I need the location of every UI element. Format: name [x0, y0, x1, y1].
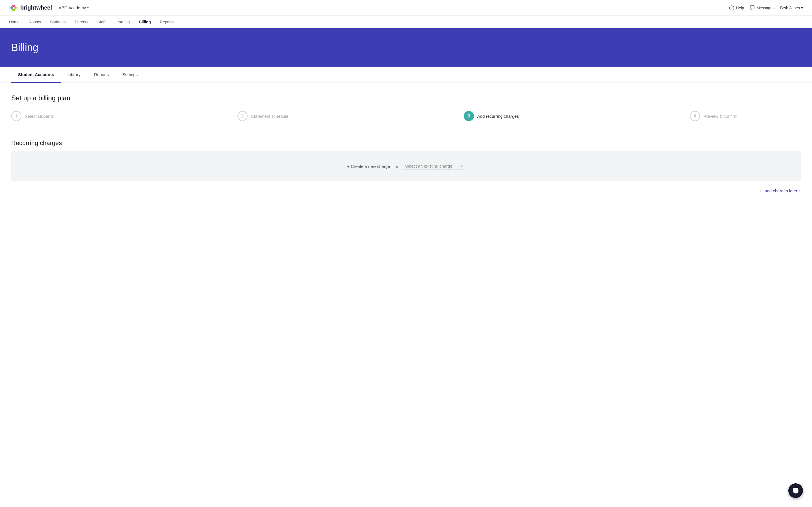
- tab-settings[interactable]: Settings: [116, 67, 144, 83]
- step-connector-2-3: [350, 116, 461, 116]
- svg-point-1: [13, 7, 14, 9]
- step-connector-1-2: [124, 116, 235, 116]
- hero-title: Billing: [11, 42, 801, 54]
- messages-icon: [750, 5, 755, 10]
- logo-text: brightwheel: [20, 4, 52, 11]
- step-4-label: Preview & confirm: [703, 114, 738, 119]
- tab-library[interactable]: Library: [61, 67, 87, 83]
- or-text: or: [395, 164, 398, 169]
- step-4: 4 Preview & confirm: [690, 111, 801, 121]
- nav-item-parents[interactable]: Parents: [75, 16, 88, 27]
- logo[interactable]: brightwheel: [9, 3, 52, 12]
- svg-text:?: ?: [731, 6, 732, 10]
- add-later-row: I'll add charges later ›: [11, 188, 801, 194]
- section-title: Set up a billing plan: [11, 94, 801, 102]
- messages-label: Messages: [756, 6, 774, 10]
- nav-item-home[interactable]: Home: [9, 16, 19, 27]
- charge-box: + Create a new charge or Select an exist…: [11, 151, 801, 181]
- nav-item-staff[interactable]: Staff: [97, 16, 105, 27]
- create-charge-button[interactable]: + Create a new charge: [347, 164, 390, 169]
- step-2-number: 2: [241, 114, 244, 119]
- add-later-label: I'll add charges later: [760, 188, 797, 193]
- user-name: Beth Jones: [780, 6, 800, 10]
- step-1-number: 1: [15, 114, 18, 119]
- steps-container: 1 Select students 2 Statement schedule 3…: [11, 111, 801, 121]
- step-2-circle: 2: [238, 111, 248, 121]
- tab-bar: Student Accounts Library Reports Setting…: [0, 67, 812, 83]
- top-bar-left: brightwheel ABC Academy ▾: [9, 3, 89, 12]
- nav-item-billing[interactable]: Billing: [139, 16, 151, 27]
- nav-item-students[interactable]: Students: [50, 16, 66, 27]
- select-existing-placeholder: Select an existing charge: [405, 164, 461, 168]
- step-1: 1 Select students: [11, 111, 122, 121]
- messages-button[interactable]: Messages: [750, 5, 774, 10]
- step-2: 2 Statement schedule: [238, 111, 348, 121]
- org-name: ABC Academy: [59, 5, 86, 10]
- nav-item-reports[interactable]: Reports: [160, 16, 174, 27]
- dropdown-chevron-icon: ▾: [461, 164, 463, 168]
- select-existing-dropdown[interactable]: Select an existing charge ▾: [403, 163, 465, 170]
- org-caret-icon: ▾: [87, 6, 89, 10]
- step-3-number: 3: [467, 114, 470, 119]
- user-caret-icon: ▾: [801, 6, 803, 10]
- nav-item-learning[interactable]: Learning: [114, 16, 130, 27]
- step-3-circle: 3: [464, 111, 474, 121]
- step-3: 3 Add recurring charges: [464, 111, 574, 121]
- main-content: Set up a billing plan 1 Select students …: [0, 83, 812, 205]
- recurring-title: Recurring charges: [11, 139, 801, 147]
- hero-section: Billing: [0, 28, 812, 67]
- add-later-arrow-icon: ›: [799, 188, 801, 194]
- nav-item-rooms[interactable]: Rooms: [29, 16, 41, 27]
- help-button[interactable]: ? Help: [729, 5, 744, 10]
- step-2-label: Statement schedule: [251, 114, 289, 119]
- top-bar-right: ? Help Messages Beth Jones ▾: [729, 5, 803, 10]
- step-1-label: Select students: [25, 114, 54, 119]
- add-later-button[interactable]: I'll add charges later ›: [760, 188, 801, 194]
- logo-icon: [9, 3, 18, 12]
- tab-student-accounts[interactable]: Student Accounts: [11, 67, 61, 83]
- create-charge-label: + Create a new charge: [347, 164, 390, 169]
- tab-reports[interactable]: Reports: [87, 67, 116, 83]
- help-icon: ?: [729, 5, 734, 10]
- step-connector-3-4: [577, 116, 688, 116]
- step-3-label: Add recurring charges: [477, 114, 519, 119]
- divider: [11, 130, 801, 130]
- org-selector[interactable]: ABC Academy ▾: [59, 5, 89, 10]
- help-label: Help: [736, 6, 744, 10]
- top-bar: brightwheel ABC Academy ▾ ? Help Message…: [0, 0, 812, 16]
- step-4-circle: 4: [690, 111, 700, 121]
- step-4-number: 4: [694, 114, 696, 119]
- user-menu[interactable]: Beth Jones ▾: [780, 6, 803, 10]
- nav: Home Rooms Students Parents Staff Learni…: [0, 16, 812, 28]
- step-1-circle: 1: [11, 111, 21, 121]
